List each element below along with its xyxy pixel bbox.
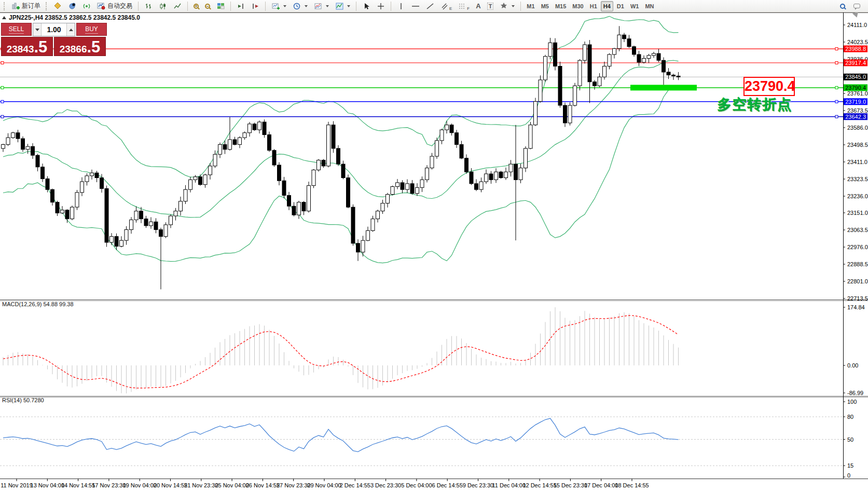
mt4-window: 新订单 自动交易 — [0, 0, 868, 491]
new-chart-button[interactable] — [269, 1, 289, 11]
svg-text:26 Nov 14:55: 26 Nov 14:55 — [246, 482, 280, 488]
svg-text:2 Dec 14:55: 2 Dec 14:55 — [340, 482, 370, 488]
fibonacci-tool-button[interactable]: F — [456, 1, 472, 11]
timeframe-m5-button[interactable]: M5 — [539, 1, 552, 11]
chat-button[interactable] — [851, 1, 863, 11]
templates-button[interactable] — [333, 1, 353, 11]
community-icon — [68, 2, 76, 10]
buy-button[interactable]: BUY — [76, 23, 107, 36]
market-button[interactable] — [51, 1, 64, 11]
crosshair-tool-button[interactable] — [374, 1, 388, 11]
timeframe-m30-button[interactable]: M30 — [570, 1, 586, 11]
chat-icon — [853, 4, 860, 8]
svg-text:24023.5: 24023.5 — [847, 39, 868, 45]
signals-icon — [82, 2, 91, 10]
svg-text:23151.0: 23151.0 — [847, 210, 868, 216]
toolbar-separator — [265, 2, 266, 11]
trendline-tool-button[interactable] — [423, 1, 437, 11]
buy-price-button[interactable]: 23866.5 — [54, 37, 106, 56]
chart-shift-icon — [251, 2, 259, 10]
autoscroll-button[interactable] — [234, 1, 247, 11]
svg-text:23642.3: 23642.3 — [845, 114, 866, 120]
svg-text:23790.4: 23790.4 — [845, 85, 866, 91]
arrows-icon — [500, 2, 508, 10]
volume-decrease-button[interactable] — [33, 23, 42, 36]
svg-text:23761.0: 23761.0 — [847, 90, 868, 97]
chart-shift-button[interactable] — [249, 1, 262, 11]
timeframe-m1-button[interactable]: M1 — [524, 1, 537, 11]
line-chart-icon — [173, 2, 182, 10]
toolbar-grip[interactable] — [46, 2, 48, 10]
autotrading-button[interactable]: 自动交易 — [94, 1, 135, 11]
chart-canvas[interactable]: 24111.024023.523936.023761.023673.523586… — [0, 0, 868, 491]
zoom-in-icon: + — [194, 4, 199, 9]
search-button[interactable] — [837, 1, 848, 11]
label-tool-button[interactable]: T — [485, 1, 497, 11]
svg-text:21 Nov 23:30: 21 Nov 23:30 — [184, 482, 218, 488]
toolbar-grip[interactable] — [4, 2, 6, 10]
svg-text:174.84: 174.84 — [847, 304, 865, 310]
new-order-button[interactable]: 新订单 — [9, 1, 43, 11]
svg-text:6 Dec 14:55: 6 Dec 14:55 — [432, 482, 463, 488]
svg-text:14 Nov 14:55: 14 Nov 14:55 — [61, 482, 95, 488]
zoom-out-button[interactable]: − — [202, 1, 213, 11]
price-annotation-box[interactable]: 23790.4 — [743, 77, 795, 96]
sell-button[interactable]: SELL — [1, 23, 32, 36]
timeframe-m15-button[interactable]: M15 — [553, 1, 569, 11]
svg-text:18 Dec 14:55: 18 Dec 14:55 — [615, 482, 649, 488]
line-chart-button[interactable] — [171, 1, 184, 11]
one-click-trade-panel: SELL 1.00 BUY 23843.5 23866.5 — [1, 23, 107, 56]
signals-button[interactable] — [80, 1, 93, 11]
svg-text:27 Nov 23:30: 27 Nov 23:30 — [277, 482, 310, 488]
svg-text:20 Nov 14:55: 20 Nov 14:55 — [154, 482, 187, 488]
svg-text:23719.0: 23719.0 — [845, 99, 866, 105]
horizontal-line-tool-button[interactable] — [409, 1, 422, 11]
community-button[interactable] — [65, 1, 79, 11]
bar-chart-button[interactable] — [142, 1, 155, 11]
cursor-tool-button[interactable] — [360, 1, 373, 11]
timeframe-w1-button[interactable]: W1 — [628, 1, 642, 11]
svg-text:11 Nov 2019: 11 Nov 2019 — [1, 482, 33, 488]
volume-increase-button[interactable] — [66, 23, 75, 36]
panel-collapse-icon[interactable] — [2, 16, 6, 19]
text-tool-button[interactable]: A — [473, 1, 483, 11]
crosshair-icon — [377, 2, 385, 10]
zoom-in-button[interactable]: + — [191, 1, 201, 11]
text-tool-icon: A — [476, 2, 480, 10]
autotrading-label: 自动交易 — [107, 2, 132, 10]
vertical-line-tool-button[interactable] — [394, 1, 408, 11]
sell-price: 23843 — [7, 44, 34, 54]
tile-windows-button[interactable] — [214, 1, 227, 11]
svg-text:17 Dec 04:00: 17 Dec 04:00 — [584, 482, 618, 488]
svg-text:23498.5: 23498.5 — [847, 142, 868, 148]
volume-stepper: 1.00 — [33, 23, 75, 36]
zoom-out-icon: − — [205, 4, 210, 9]
indicators-icon — [314, 2, 322, 10]
indicators-button[interactable] — [311, 1, 332, 11]
timeframe-d1-button[interactable]: D1 — [614, 1, 627, 11]
turning-point-annotation[interactable]: 多空转折点 — [717, 95, 792, 114]
arrows-tool-button[interactable] — [497, 1, 517, 11]
highlight-bar-object[interactable] — [630, 85, 697, 90]
toolbar-separator — [138, 2, 139, 11]
svg-text:15 Dec 23:30: 15 Dec 23:30 — [554, 482, 587, 488]
svg-text:9 Dec 23:30: 9 Dec 23:30 — [463, 482, 493, 488]
timeframe-h4-button[interactable]: H4 — [601, 1, 613, 11]
tile-windows-icon — [216, 2, 225, 10]
vertical-line-icon — [397, 2, 405, 10]
clock-icon — [293, 2, 301, 10]
rsi-label: RSI(14) 50.7280 — [2, 397, 44, 403]
svg-text:80: 80 — [847, 414, 853, 420]
svg-text:23988.8: 23988.8 — [845, 46, 866, 52]
svg-text:3 Dec 23:30: 3 Dec 23:30 — [370, 482, 401, 488]
timeframe-mn-button[interactable]: MN — [642, 1, 656, 11]
svg-text:29 Nov 04:00: 29 Nov 04:00 — [307, 482, 341, 488]
sell-price-button[interactable]: 23843.5 — [1, 37, 53, 56]
period-button[interactable] — [290, 1, 310, 11]
svg-text:17 Nov 23:30: 17 Nov 23:30 — [92, 482, 126, 488]
candlestick-chart-button[interactable] — [156, 1, 170, 11]
timeframe-h1-button[interactable]: H1 — [587, 1, 600, 11]
bar-chart-icon — [144, 2, 153, 10]
volume-value[interactable]: 1.00 — [42, 23, 66, 36]
channel-tool-button[interactable]: E — [438, 1, 454, 11]
